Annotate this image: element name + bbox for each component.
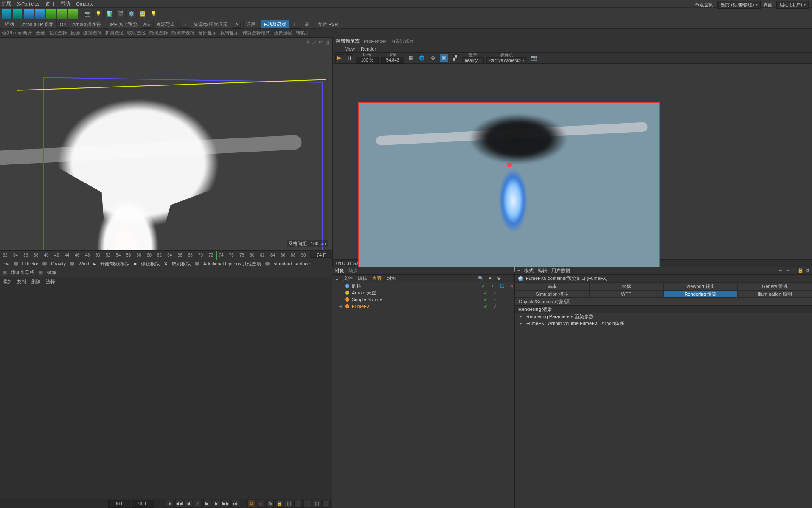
tab-sim[interactable]: Simulation 模拟 xyxy=(515,290,589,298)
vp-panel-icon[interactable]: ▥ xyxy=(325,40,329,45)
menu-help[interactable]: 帮助 xyxy=(61,0,70,7)
burger-icon[interactable]: ≡ xyxy=(336,276,338,281)
tb3-13[interactable]: 转换所 xyxy=(296,30,310,36)
end-frame-field[interactable]: 90 F xyxy=(132,500,154,508)
material-manager[interactable] xyxy=(0,287,332,499)
prev-frame-button[interactable]: ◀ xyxy=(185,500,192,508)
tag-phong-icon[interactable]: ◔ xyxy=(508,284,514,288)
preview-pause-button[interactable]: ⏸ xyxy=(346,54,353,62)
tb2-4[interactable]: IPR 实时预览 xyxy=(107,20,140,29)
menu-ornatrix[interactable]: Ornatrix xyxy=(76,1,93,6)
om-view[interactable]: 查看 xyxy=(372,275,382,282)
om-tree[interactable]: 圆柱✔•🌐◔Arnold 天空✔✓Simple Source✔•⊞FumeFX✔… xyxy=(332,282,514,310)
burger-icon[interactable]: ≡ xyxy=(517,268,520,274)
tb2-8[interactable]: 资源/纹理管理器 xyxy=(191,20,230,29)
tab-coord[interactable]: 坐标 xyxy=(589,282,663,290)
visibility-toggle[interactable]: ✔ xyxy=(482,297,489,302)
settings-icon[interactable]: ⚙️ xyxy=(126,9,137,19)
key-scale-icon[interactable]: ⬚ xyxy=(303,500,311,508)
object-name[interactable]: 圆柱 xyxy=(352,283,477,289)
tab-takes[interactable]: 场次 xyxy=(348,268,358,274)
preview-canvas[interactable]: + + + + ⊕ xyxy=(333,64,812,259)
key-param-icon[interactable]: ⬚ xyxy=(313,500,320,508)
tb2-3[interactable]: Arnold 操作符 xyxy=(70,20,104,29)
opt-cancel[interactable]: 取消模拟 xyxy=(172,261,191,267)
snapshot-icon[interactable]: 📷 xyxy=(530,54,538,62)
tab-illum[interactable]: Illumination 照明 xyxy=(738,290,812,298)
render-toggle[interactable]: • xyxy=(492,297,498,302)
om-eye-icon[interactable]: 👁 xyxy=(497,276,501,281)
vp-rot-icon[interactable]: ⟳ xyxy=(319,40,323,45)
object-row[interactable]: Arnold 天空✔✓ xyxy=(332,289,514,296)
menu-ext[interactable]: 扩展 xyxy=(2,0,11,7)
tab-basic[interactable]: 基本 xyxy=(515,282,589,290)
opt-stop[interactable]: 停止模拟 xyxy=(141,261,160,267)
region-handle-tr[interactable]: + xyxy=(658,102,660,106)
go-start-button[interactable]: ⏮ xyxy=(166,500,174,508)
preview-play-button[interactable]: ▶ xyxy=(335,54,343,62)
object-row[interactable]: Simple Source✔• xyxy=(332,296,514,303)
tb3-5[interactable]: 扩展选区 xyxy=(105,30,124,36)
timeline-playhead[interactable] xyxy=(216,251,217,260)
tab-prorender[interactable]: ProRender xyxy=(364,39,386,44)
tb2-1[interactable]: Arnold TP 群组 xyxy=(20,20,57,29)
step-fwd-button[interactable]: ▶▶ xyxy=(222,500,230,508)
lightbulb-icon[interactable]: 💡 xyxy=(149,9,159,19)
render-toggle[interactable]: ✓ xyxy=(492,291,498,295)
opt-gravity[interactable]: Gravity xyxy=(51,261,66,266)
object-row[interactable]: 圆柱✔•🌐◔ xyxy=(332,282,514,289)
tab-objects[interactable]: 对象 xyxy=(335,268,344,274)
tb2-13[interactable]: 证 xyxy=(302,20,312,29)
perspective-viewport[interactable]: ✥ ⤢ ⟳ ▥ 网格间距 : 100 cm xyxy=(0,37,332,250)
visibility-toggle[interactable]: ✔ xyxy=(480,284,486,288)
om-obj[interactable]: 对象 xyxy=(387,275,396,282)
om-file[interactable]: 文件 xyxy=(343,275,353,282)
submenu-view[interactable]: View xyxy=(345,46,355,51)
tb3-9[interactable]: 全部显示 xyxy=(198,30,217,36)
globe-icon[interactable]: 🌐 xyxy=(418,54,426,62)
mat-copy[interactable]: 复制 xyxy=(17,279,26,285)
mat-add[interactable]: 添加 xyxy=(3,279,12,285)
cloner-icon[interactable] xyxy=(68,9,78,19)
picture-viewer-icon[interactable]: 🖼️ xyxy=(138,9,148,19)
attr-userdata[interactable]: 用户数据 xyxy=(551,268,570,274)
render-toggle[interactable]: ✓ xyxy=(492,304,498,309)
render-icon[interactable]: 🎬 xyxy=(115,9,126,19)
object-row[interactable]: ⊞FumeFX✔✓ xyxy=(332,303,514,310)
deformer-icon[interactable] xyxy=(46,9,56,19)
tb3-7[interactable]: 隐藏选择 xyxy=(149,30,168,36)
render-toggle[interactable]: • xyxy=(489,284,496,288)
attr-edit[interactable]: 编辑 xyxy=(538,268,547,274)
step-back-button[interactable]: ◀◀ xyxy=(175,500,183,508)
primitive-cube-icon[interactable] xyxy=(2,9,12,19)
render-region[interactable]: + + + + ⊕ xyxy=(358,102,660,272)
tb2-10[interactable]: 通用 xyxy=(243,20,258,29)
vp-zoom-icon[interactable]: ⤢ xyxy=(312,40,316,45)
lock-icon[interactable]: 🔒 xyxy=(798,268,804,273)
grid-1-icon[interactable]: ▦ xyxy=(407,54,415,62)
tab-arnold[interactable]: 阿诺德预览 xyxy=(336,38,360,44)
layout-dropdown[interactable]: 启动 (用户) xyxy=(776,1,809,9)
opt-low[interactable]: low xyxy=(3,261,10,266)
attr-mode[interactable]: 模式 xyxy=(524,268,534,274)
menu-icon[interactable]: ≡ xyxy=(336,46,339,51)
region-center-icon[interactable]: ⊕ xyxy=(507,161,512,169)
tb2-5[interactable]: Ass xyxy=(143,22,151,28)
tb3-1[interactable]: 全选 xyxy=(36,30,45,36)
light-icon[interactable]: 💡 xyxy=(93,9,104,19)
loop-button[interactable]: ↻ xyxy=(247,500,255,508)
autokey-button[interactable]: ◎ xyxy=(266,500,274,508)
camera-dropdown[interactable]: <active camera> xyxy=(486,57,527,64)
tag-globe-icon[interactable]: 🌐 xyxy=(498,284,505,288)
tb3-8[interactable]: 隐藏未选择 xyxy=(171,30,195,36)
object-name[interactable]: Simple Source xyxy=(352,297,480,302)
key-pla-icon[interactable]: ⬚ xyxy=(322,500,330,508)
opt2-mirror[interactable]: 镜像 xyxy=(47,269,56,276)
record-button[interactable]: ● xyxy=(257,500,264,508)
tab-browser[interactable]: 内容浏览器 xyxy=(391,38,414,44)
node-space-dropdown[interactable]: 当前 (标准/物理) xyxy=(717,1,760,9)
nav-up-icon[interactable]: ↑ xyxy=(793,268,795,273)
opt2-guides[interactable]: 增加引导线 xyxy=(11,269,34,276)
tb3-2[interactable]: 取消选择 xyxy=(48,30,67,36)
new-window-icon[interactable]: ⧉ xyxy=(806,268,809,273)
